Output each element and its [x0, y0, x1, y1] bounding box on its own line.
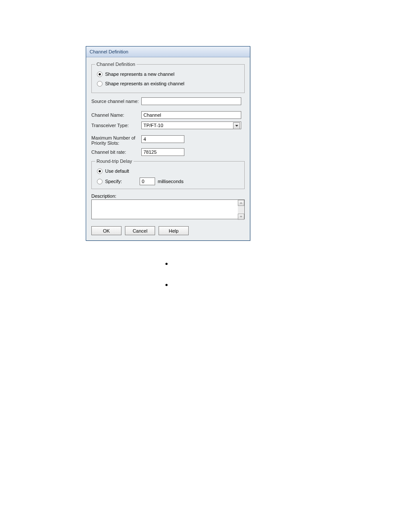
radio-new-channel[interactable]: [97, 72, 103, 77]
radio-existing-channel-label: Shape represents an existing channel: [105, 81, 184, 86]
group-round-trip-delay-legend: Round-trip Delay: [95, 159, 134, 164]
input-channel-name[interactable]: [141, 111, 241, 119]
input-specify-delay[interactable]: [140, 177, 155, 185]
label-specify-unit: milliseconds: [158, 179, 184, 184]
select-transceiver-type-value: TP/FT-10: [143, 123, 163, 128]
ok-button[interactable]: OK: [91, 226, 121, 235]
radio-row-use-default[interactable]: Use default: [97, 167, 241, 175]
dialog-title: Channel Definition: [90, 49, 128, 54]
cancel-button[interactable]: Cancel: [125, 226, 155, 235]
channel-definition-dialog: Channel Definition Channel Definition Sh…: [86, 46, 250, 241]
bullet-icon: [165, 284, 168, 286]
label-description: Description:: [91, 193, 245, 199]
label-max-priority-slots-line1: Maximum Number of: [91, 135, 135, 140]
ok-button-label: OK: [103, 228, 110, 233]
page-bullets: [165, 263, 168, 305]
group-channel-definition: Channel Definition Shape represents a ne…: [91, 62, 245, 93]
chevron-down-icon[interactable]: [233, 122, 240, 129]
label-max-priority-slots: Maximum Number of Priority Slots:: [91, 135, 141, 146]
radio-use-default[interactable]: [97, 168, 103, 174]
input-max-priority-slots[interactable]: [141, 135, 184, 143]
label-channel-name: Channel Name:: [91, 112, 141, 118]
group-round-trip-delay: Round-trip Delay Use default Specify: mi…: [91, 159, 245, 189]
scroll-down-icon[interactable]: [238, 214, 244, 220]
radio-new-channel-label: Shape represents a new channel: [105, 72, 174, 77]
help-button-label: Help: [169, 228, 179, 233]
textarea-description[interactable]: [91, 199, 245, 219]
input-source-channel-name[interactable]: [141, 97, 241, 105]
label-channel-bit-rate: Channel bit rate:: [91, 149, 141, 155]
bullet-icon: [165, 263, 168, 265]
radio-row-new-channel[interactable]: Shape represents a new channel: [97, 70, 241, 78]
select-transceiver-type[interactable]: TP/FT-10: [141, 121, 241, 129]
radio-specify[interactable]: [97, 179, 103, 184]
label-max-priority-slots-line2: Priority Slots:: [91, 140, 119, 146]
cancel-button-label: Cancel: [133, 228, 147, 233]
radio-existing-channel[interactable]: [97, 81, 103, 87]
input-channel-bit-rate[interactable]: [141, 148, 184, 156]
label-transceiver-type: Transceiver Type:: [91, 123, 141, 128]
help-button[interactable]: Help: [159, 226, 189, 235]
scroll-up-icon[interactable]: [238, 200, 244, 206]
radio-use-default-label: Use default: [105, 168, 129, 174]
radio-specify-label: Specify:: [105, 179, 137, 184]
dialog-titlebar: Channel Definition: [86, 47, 250, 57]
description-scrollbar[interactable]: [238, 200, 244, 220]
group-channel-definition-legend: Channel Definition: [95, 62, 137, 67]
radio-row-existing-channel[interactable]: Shape represents an existing channel: [97, 80, 241, 87]
label-source-channel-name: Source channel name:: [91, 99, 141, 104]
